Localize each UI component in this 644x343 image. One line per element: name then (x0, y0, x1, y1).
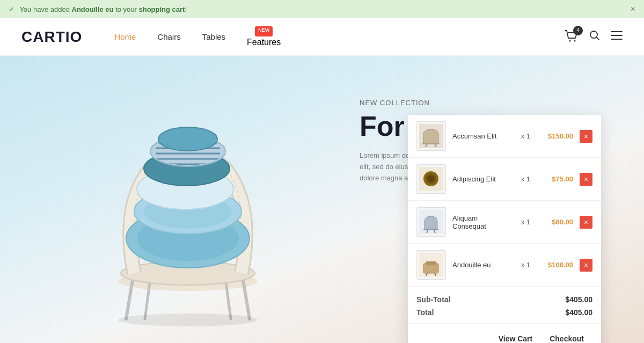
subtotal-row: Sub-Total $405.00 (416, 293, 592, 306)
close-banner-button[interactable]: × (631, 4, 635, 14)
svg-point-24 (158, 127, 217, 151)
remove-item-4-button[interactable]: × (580, 259, 592, 272)
cart-item-qty-4: x 1 (521, 261, 530, 269)
hero-subtitle: New Collection (360, 99, 521, 107)
nav-item-features[interactable]: NEW Features (247, 26, 281, 47)
nav-item-chairs[interactable]: Chairs (157, 32, 180, 41)
cart-item: Andouille eu x 1 $100.00 × (408, 244, 601, 287)
cart-item-price-4: $100.00 (541, 261, 573, 269)
svg-point-25 (118, 313, 258, 326)
cart-item: Adipiscing Elit x 1 $75.00 × (408, 158, 601, 201)
search-button[interactable] (589, 30, 600, 43)
subtotal-amount: $405.00 (565, 295, 592, 304)
cart-item: Aliquam Consequat x 1 $80.00 × (408, 201, 601, 244)
svg-rect-40 (426, 261, 436, 265)
hero-illustration (43, 72, 338, 343)
view-cart-button[interactable]: View Cart (490, 330, 541, 343)
remove-item-1-button[interactable]: × (580, 130, 592, 143)
cart-button[interactable]: 4 (565, 30, 579, 44)
cart-item-name-1: Accumsan Elit (452, 132, 510, 140)
cart-item-image-1 (416, 121, 446, 151)
cart-item-image-2 (416, 164, 446, 194)
cart-item-image-4 (416, 250, 446, 280)
svg-rect-39 (423, 264, 438, 273)
cart-item-name-2: Adipiscing Elit (452, 175, 510, 183)
cart-dropdown: Accumsan Elit x 1 $150.00 × Adipiscing E… (408, 115, 601, 343)
logo: CARTIO (21, 28, 82, 46)
new-badge: NEW (255, 26, 273, 37)
cart-actions: View Cart Checkout (408, 323, 601, 343)
header: CARTIO Home Chairs Tables NEW Features 4 (0, 18, 644, 56)
nav-item-tables[interactable]: Tables (202, 32, 225, 41)
cart-item-price-3: $80.00 (541, 218, 573, 226)
remove-item-2-button[interactable]: × (580, 173, 592, 186)
cart-item: Accumsan Elit x 1 $150.00 × (408, 115, 601, 158)
svg-point-33 (428, 176, 434, 182)
nav-item-features-label: Features (247, 38, 281, 47)
main-nav: Home Chairs Tables NEW Features (114, 26, 565, 47)
cart-item-name-3: Aliquam Consequat (452, 214, 510, 230)
search-icon (589, 30, 600, 41)
success-message: You have added Andouille eu to your shop… (19, 5, 187, 13)
header-icons: 4 (565, 30, 623, 44)
cart-count-badge: 4 (573, 26, 583, 35)
total-row: Total $405.00 (416, 306, 592, 319)
check-icon: ✔ (9, 5, 14, 13)
success-banner: ✔ You have added Andouille eu to your sh… (0, 0, 644, 18)
subtotal-label: Sub-Total (416, 295, 451, 304)
svg-point-0 (569, 40, 571, 41)
menu-button[interactable] (611, 31, 623, 42)
svg-rect-35 (423, 229, 438, 230)
cart-item-name-4: Andouille eu (452, 261, 510, 269)
cart-item-price-2: $75.00 (541, 175, 573, 183)
total-amount: $405.00 (565, 308, 592, 317)
cart-item-image-3 (416, 207, 446, 237)
cart-totals: Sub-Total $405.00 Total $405.00 (408, 287, 601, 323)
hamburger-icon (611, 31, 623, 40)
nav-item-home[interactable]: Home (114, 32, 136, 41)
total-label: Total (416, 308, 434, 317)
hero-section: New Collection For Lorem ipsum dolor sit… (0, 56, 644, 343)
svg-rect-27 (422, 143, 440, 144)
remove-item-3-button[interactable]: × (580, 216, 592, 229)
checkout-button[interactable]: Checkout (541, 330, 592, 343)
cart-item-qty-1: x 1 (521, 132, 530, 140)
cart-item-price-1: $150.00 (541, 132, 573, 140)
svg-point-1 (574, 40, 576, 41)
cart-item-qty-3: x 1 (521, 218, 530, 226)
cart-item-qty-2: x 1 (521, 175, 530, 183)
